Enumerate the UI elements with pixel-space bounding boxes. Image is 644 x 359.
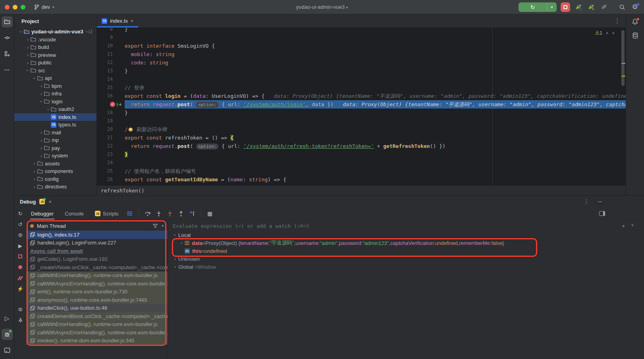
tree-item-system[interactable]: ›system — [14, 152, 96, 160]
code-text[interactable]: } — [125, 150, 626, 159]
tab-console[interactable]: Console — [60, 208, 89, 219]
profiler-attach-icon[interactable] — [587, 3, 596, 12]
stack-frame[interactable]: login(), index.ts:17 — [26, 231, 168, 239]
line-number[interactable]: 13 — [97, 67, 125, 75]
code-text[interactable] — [125, 33, 626, 42]
code-line-25[interactable]: 25// 使用租户名，获得租户编号 — [97, 167, 626, 175]
code-line-12[interactable]: 12 code: string — [97, 58, 626, 67]
tab-debugger[interactable]: Debugger — [26, 208, 58, 219]
evaluate-expression-input[interactable]: Evaluate expression (⏎) or add a watch (… — [168, 221, 644, 231]
variables-scope-unknown[interactable]: › Unknown — [168, 255, 644, 263]
tree-item-types-ts[interactable]: TStypes.ts — [14, 121, 96, 129]
close-session-icon[interactable]: × — [48, 199, 52, 205]
warning-stripe-mark[interactable] — [621, 63, 625, 64]
project-toolwindow-button[interactable] — [2, 16, 13, 27]
breakpoint-gutter[interactable]: ✓ — [97, 100, 125, 109]
database-toolwindow-button[interactable] — [632, 32, 638, 39]
rerun-run-configuration-button[interactable]: ↻ ▾ — [519, 2, 557, 12]
breadcrumb[interactable]: refreshToken() — [101, 188, 145, 194]
code-line-13[interactable]: 13} — [97, 67, 626, 75]
intention-bulb-icon[interactable] — [129, 128, 133, 132]
variable-row-this[interactable]: 01this = undefined — [168, 247, 644, 255]
quick-evaluate-icon[interactable]: ⚡ — [17, 285, 23, 292]
close-tab-icon[interactable]: × — [131, 18, 134, 24]
tree-chevron-icon[interactable]: › — [25, 60, 31, 65]
terminal-toolwindow-button[interactable] — [2, 345, 13, 356]
chevron-down-icon[interactable]: ▾ — [162, 224, 164, 228]
chevron-down-icon[interactable]: ˅ — [631, 223, 634, 229]
code-text[interactable]: code: string — [125, 58, 626, 67]
code-text[interactable] — [125, 117, 626, 125]
layout-settings-icon[interactable] — [599, 211, 605, 216]
code-line-18[interactable]: 18} — [97, 109, 626, 117]
stack-frame[interactable]: callWithErrorHandling(), runtime-core.es… — [26, 272, 168, 280]
code-line-11[interactable]: 11 mobile: string — [97, 50, 626, 58]
run-toolwindow-button[interactable]: ▷ — [2, 313, 13, 324]
threads-view-icon[interactable] — [125, 209, 135, 218]
line-number[interactable]: 8 — [97, 28, 125, 33]
close-window-button[interactable] — [5, 5, 10, 10]
tab-options-icon[interactable]: ⋮ — [614, 17, 626, 25]
line-number[interactable]: 24 — [97, 159, 125, 167]
debug-options-icon[interactable]: ⋮ — [584, 198, 589, 205]
tree-chevron-icon[interactable]: › — [25, 45, 31, 50]
stack-frame[interactable]: emit(), runtime-core.esm-bundler.js:730 — [26, 288, 168, 296]
tree-item-mp[interactable]: ›mp — [14, 136, 96, 144]
stack-frame[interactable]: callWithAsyncErrorHandling(), runtime-co… — [26, 328, 168, 337]
code-line-10[interactable]: 10export interface SmsLoginVO { — [97, 42, 626, 50]
tree-chevron-icon[interactable]: › — [25, 37, 31, 42]
add-watch-icon[interactable]: + — [622, 223, 625, 229]
tree-item-directives[interactable]: ›directives — [14, 183, 96, 191]
stack-frame[interactable]: handleClick(), use-button.ts:46 — [26, 304, 168, 312]
restart-icon[interactable]: ↺ — [17, 221, 23, 227]
code-text[interactable]: } — [125, 28, 626, 33]
code-line-20[interactable]: 20/ 刷新访问令牌 — [97, 125, 626, 134]
search-everywhere-icon[interactable] — [618, 3, 627, 12]
tree-chevron-icon[interactable]: › — [39, 146, 44, 150]
code-text[interactable]: } — [125, 67, 626, 75]
code-text[interactable] — [125, 75, 626, 83]
line-number[interactable]: 25 — [97, 167, 125, 175]
tree-item--vscode[interactable]: ›.vscode — [14, 36, 96, 44]
tree-item-src[interactable]: ›src — [14, 67, 96, 75]
line-number[interactable]: 16 — [97, 92, 125, 100]
stack-frame[interactable]: Async call from await — [26, 247, 168, 255]
zoom-window-button[interactable] — [21, 5, 25, 10]
tree-chevron-icon[interactable]: › — [32, 76, 37, 81]
javascript-session-icon[interactable]: JS — [39, 199, 45, 204]
tree-chevron-icon[interactable]: › — [39, 91, 44, 96]
chevron-icon[interactable]: › — [178, 241, 185, 245]
stack-frame[interactable]: getCode(), LoginForm.vue:192 — [26, 255, 168, 264]
debug-toolwindow-button[interactable] — [2, 329, 13, 340]
code-line-17[interactable]: ✓ return request.post( option: { url: '/… — [97, 100, 626, 109]
tree-item-components[interactable]: ›components — [14, 167, 96, 175]
code-text[interactable]: export interface SmsLoginVO { — [125, 42, 626, 50]
code-line-22[interactable]: 22 return request.post( option: { url: '… — [97, 142, 626, 150]
hide-panel-icon[interactable]: ─ — [598, 198, 602, 205]
code-text[interactable]: / 刷新访问令牌 — [125, 125, 626, 134]
filter-funnel-icon[interactable] — [153, 224, 158, 228]
structure-toolwindow-button[interactable] — [2, 48, 13, 59]
tree-item-oauth2[interactable]: ›oauth2 — [14, 105, 96, 113]
rerun-debug-icon[interactable]: ↻ — [17, 210, 23, 217]
code-text[interactable]: export const login = (data: UserLoginVO)… — [125, 92, 626, 100]
code-line-15[interactable]: 15// 登录 — [97, 83, 626, 92]
profiler-disabled-icon[interactable] — [600, 3, 608, 12]
editor-breadcrumbs[interactable]: refreshToken() — [97, 185, 626, 195]
thread-selector[interactable]: Main Thread ▾ — [26, 221, 168, 231]
variable-row-data[interactable]: ›data = Proxy(Object) {tenantName: "芋道源码… — [168, 239, 644, 247]
tree-chevron-icon[interactable]: › — [25, 68, 30, 73]
inspections-widget[interactable]: ⚠1 ∧ ∨ — [595, 30, 615, 36]
tree-item-build[interactable]: ›build — [14, 43, 96, 51]
stop-button[interactable] — [561, 2, 570, 12]
warning-stripe-mark[interactable] — [621, 76, 625, 77]
code-line-16[interactable]: 16export const login = (data: UserLoginV… — [97, 92, 626, 100]
line-number[interactable]: 20 — [97, 125, 125, 134]
tree-chevron-icon[interactable]: › — [39, 130, 44, 135]
tree-chevron-icon[interactable]: › — [32, 177, 37, 181]
chevron-icon[interactable]: › — [172, 264, 178, 269]
code-area[interactable]: 8}910export interface SmsLoginVO {11 mob… — [97, 28, 626, 185]
tree-item-mall[interactable]: ›mall — [14, 129, 96, 137]
tree-item-pay[interactable]: ›pay — [14, 144, 96, 152]
git-branch-widget[interactable]: dev ▾ — [34, 4, 54, 10]
